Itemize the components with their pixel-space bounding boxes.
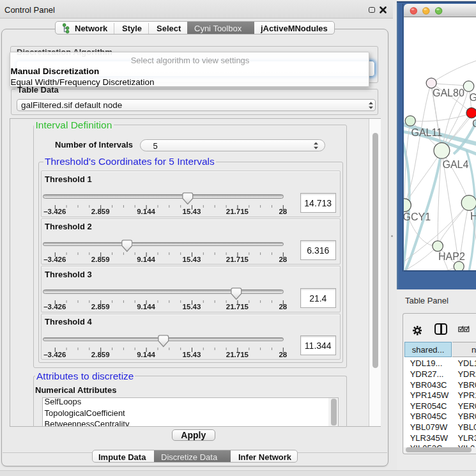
svg-text:GCY1: GCY1 — [404, 211, 431, 222]
svg-text:GAL4: GAL4 — [442, 159, 468, 170]
svg-text:G: G — [472, 118, 476, 129]
svg-text:HA: HA — [470, 211, 476, 222]
svg-text:HAP2: HAP2 — [438, 251, 465, 262]
svg-text:GAL11: GAL11 — [411, 127, 442, 138]
svg-text:GA: GA — [469, 92, 476, 103]
svg-text:GAL80: GAL80 — [433, 88, 464, 98]
